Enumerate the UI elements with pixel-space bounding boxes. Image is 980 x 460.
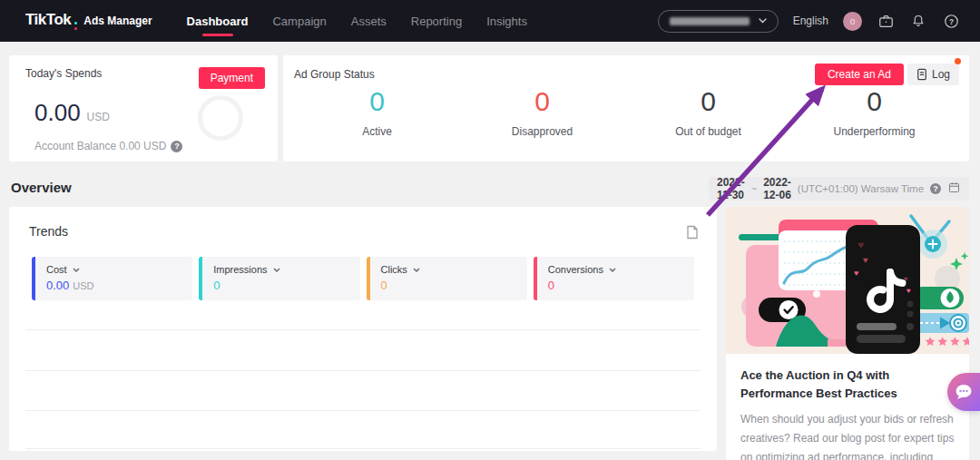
chart-gridline <box>25 410 701 411</box>
stat-out-of-budget-label: Out of budget <box>625 125 791 138</box>
create-an-ad-button[interactable]: Create an Ad <box>815 64 904 85</box>
promo-illustration: ♥ ♥ ♥ ♥ ♥ <box>726 207 969 354</box>
language-selector[interactable]: English <box>793 15 828 27</box>
heart-icon: ♥ <box>858 239 864 251</box>
date-range-end: 2022-12-06 <box>763 176 791 201</box>
log-button[interactable]: Log <box>907 64 959 85</box>
ad-group-status-card: Ad Group Status 0 Active 0 Disapproved 0… <box>283 55 969 161</box>
metric-conversions-value: 0 <box>548 279 554 292</box>
top-navbar: TikTok Ads Manager Dashboard Campaign As… <box>0 0 980 42</box>
chevron-down-icon <box>609 268 616 272</box>
account-balance-label: Account Balance 0.00 USD <box>34 140 166 152</box>
promo-target-bar <box>915 313 969 333</box>
metric-impressions[interactable]: Impressions 0 <box>199 257 359 300</box>
trends-metric-selectors: Cost 0.00 USD Impressions 0 <box>32 257 694 300</box>
date-range-timezone: (UTC+01:00) Warsaw Time <box>798 183 924 194</box>
stat-disapproved-label: Disapproved <box>459 125 625 138</box>
stat-underperforming: 0 Underperforming <box>791 86 957 138</box>
metric-cost[interactable]: Cost 0.00 USD <box>32 257 192 300</box>
chat-support-button[interactable] <box>947 373 980 411</box>
help-icon[interactable]: ? <box>942 12 960 30</box>
chevron-down-icon <box>413 268 420 272</box>
avatar-letter: o <box>850 16 856 26</box>
bell-icon[interactable] <box>909 12 927 30</box>
logo-colon-icon <box>74 22 77 30</box>
trends-card: Trends Cost 0.00 USD Impressions <box>9 207 717 451</box>
chart-gridline <box>25 448 701 449</box>
chat-bubble-icon <box>955 384 973 400</box>
stat-disapproved: 0 Disapproved <box>459 86 625 138</box>
svg-text:?: ? <box>948 16 953 25</box>
metric-cost-label: Cost <box>46 264 67 275</box>
chevron-down-icon <box>73 268 80 272</box>
metric-cost-suffix: USD <box>73 280 93 291</box>
metric-conversions[interactable]: Conversions 0 <box>534 257 694 300</box>
metric-clicks-value: 0 <box>381 279 387 292</box>
navbar-right-cluster: English o ? <box>658 10 960 33</box>
stat-out-of-budget: 0 Out of budget <box>625 86 791 138</box>
spends-amount-value: 0.00 <box>34 99 81 127</box>
spends-amount: 0.00 USD <box>34 99 110 127</box>
stat-underperforming-label: Underperforming <box>791 125 957 138</box>
tiktok-logo[interactable]: TikTok Ads Manager <box>25 11 152 31</box>
status-card-title: Ad Group Status <box>294 68 375 81</box>
nav-item-dashboard[interactable]: Dashboard <box>187 0 249 42</box>
log-notification-dot <box>955 58 961 64</box>
metric-impressions-label: Impressions <box>213 264 267 275</box>
log-doc-icon <box>916 68 927 81</box>
nav-item-reporting[interactable]: Reporting <box>411 0 462 42</box>
export-file-icon[interactable] <box>686 225 699 243</box>
date-range-start: 2022-11-30 <box>717 176 745 201</box>
nav-item-campaign[interactable]: Campaign <box>272 0 326 42</box>
metric-clicks-colorbar <box>367 257 370 300</box>
metric-clicks[interactable]: Clicks 0 <box>367 257 527 300</box>
overview-heading: Overview <box>11 180 72 195</box>
promo-phone: ♥ ♥ ♥ ♥ ♥ <box>846 225 920 354</box>
main-nav: Dashboard Campaign Assets Reporting Insi… <box>187 0 527 42</box>
logo-suffix-text: Ads Manager <box>83 15 152 27</box>
svg-text:♥: ♥ <box>906 287 911 295</box>
stat-out-of-budget-value: 0 <box>625 86 791 117</box>
balance-help-icon[interactable]: ? <box>171 141 182 152</box>
stat-active-label: Active <box>294 125 460 138</box>
account-balance: Account Balance 0.00 USD ? <box>34 140 182 152</box>
todays-spends-card: Today's Spends Payment 0.00 USD Account … <box>9 55 278 161</box>
metric-impressions-colorbar <box>199 257 202 300</box>
chart-gridline <box>25 370 701 371</box>
logo-brand-text: TikTok <box>25 11 71 29</box>
avatar[interactable]: o <box>843 12 862 31</box>
stat-active: 0 Active <box>294 86 460 138</box>
svg-text:♥: ♥ <box>854 269 858 278</box>
account-selector[interactable] <box>658 10 779 33</box>
calendar-icon[interactable] <box>947 181 961 198</box>
svg-text:♥: ♥ <box>863 255 868 265</box>
chart-gridline <box>25 329 701 330</box>
date-range-picker[interactable]: 2022-11-30 ~ 2022-12-06 (UTC+01:00) Wars… <box>709 177 969 201</box>
stat-disapproved-value: 0 <box>459 86 625 117</box>
timezone-help-icon[interactable]: ? <box>930 183 941 194</box>
nav-item-insights[interactable]: Insights <box>486 0 527 42</box>
tiktok-ads-manager-dashboard: TikTok Ads Manager Dashboard Campaign As… <box>0 0 980 460</box>
metric-cost-value: 0.00 <box>46 279 69 292</box>
payment-button[interactable]: Payment <box>199 67 265 89</box>
date-range-separator: ~ <box>751 183 757 194</box>
stat-active-value: 0 <box>294 86 460 117</box>
chevron-down-icon <box>759 18 767 24</box>
metric-conversions-colorbar <box>534 257 537 300</box>
promo-article-card[interactable]: ♥ ♥ ♥ ♥ ♥ Ace the Auction in Q4 with Per… <box>726 207 969 460</box>
briefcase-icon[interactable] <box>877 12 895 30</box>
log-button-label: Log <box>932 68 950 81</box>
spends-card-title: Today's Spends <box>25 67 102 80</box>
promo-green-bar <box>739 234 782 240</box>
stat-underperforming-value: 0 <box>791 86 957 117</box>
article-title: Ace the Auction in Q4 with Performance B… <box>726 354 969 403</box>
metric-impressions-value: 0 <box>213 279 220 292</box>
chevron-down-icon <box>273 268 280 272</box>
nav-item-assets[interactable]: Assets <box>351 0 387 42</box>
spends-donut-chart <box>198 95 243 141</box>
spends-amount-currency: USD <box>87 111 110 123</box>
account-name-redacted <box>670 17 750 25</box>
article-body: When should you adjust your bids or refr… <box>726 403 969 460</box>
metric-conversions-label: Conversions <box>548 264 603 275</box>
trends-title: Trends <box>29 224 68 239</box>
